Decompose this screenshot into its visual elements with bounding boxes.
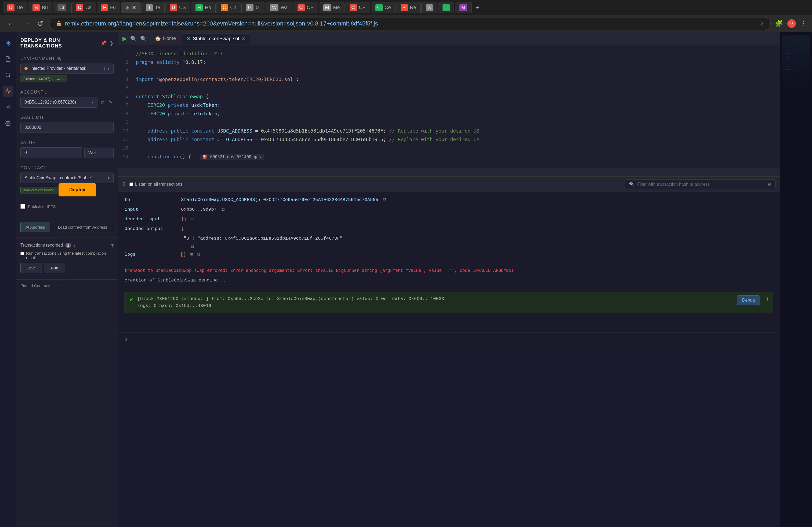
tab-de[interactable]: D De [3,2,27,13]
rail-item-search[interactable] [3,70,13,80]
success-text-block: [block:23051290 txIndex:-] from: 0xb5a..… [137,296,729,310]
debug-next-icon[interactable]: ❯ [766,296,769,303]
listen-checkbox-label[interactable]: Listen on all transactions [129,182,182,187]
tab-ce2[interactable]: C CE [293,2,318,13]
run-transactions-section: Run transactions using the latest compil… [16,251,118,277]
decoded-output-copy-icon[interactable]: ⧉ [191,245,194,250]
gas-limit-section: GAS LIMIT [16,111,118,137]
tab-wa[interactable]: W Wa [265,2,292,13]
tab-gi[interactable]: G Gi [242,2,265,13]
publish-ipfs-checkbox[interactable] [20,204,25,209]
to-copy-icon[interactable]: ⧉ [383,197,386,202]
nav-icons: 🧩 0 ⋮ [775,19,807,28]
transactions-header: Transactions recorded 2 ℹ ▾ [16,239,118,251]
tab-close-icon[interactable]: ✕ [132,4,136,11]
success-logs-text: logs: 0 hash: 0x18d...43019 [137,302,729,310]
value-unit-select[interactable]: Wei Gwei Ether [84,148,114,158]
transactions-title: Transactions recorded 2 ℹ [20,243,75,248]
logs-expand-icon[interactable]: ⊞ [190,251,193,258]
contract-value: StableCoinSwap - contracts/StableT: [25,176,108,180]
decoded-output-close-row: } ⧉ [184,243,773,251]
tab-sc[interactable]: S [421,2,437,13]
panel-collapse-bar[interactable]: ⋮ [118,168,780,177]
minimap-panel: ................ ................ ......… [780,32,812,527]
pinned-contracts-section: Pinned Contracts • • • • • [16,279,118,292]
star-icon[interactable]: ☆ [758,20,764,27]
decoded-input-value: {} [181,216,186,222]
rail-item-files[interactable] [3,54,13,64]
file-tab-active[interactable]: S StableTokenSwap.sol ✕ [182,33,250,44]
output-search-filter[interactable]: 🔍 Filter with transaction hash or addres… [625,179,775,189]
forward-button[interactable]: → [20,18,31,30]
environment-dropdown[interactable]: Injected Provider - MetaMask ℹ ▾ [20,63,114,74]
tab-us1[interactable]: U US [165,2,190,13]
account-copy-btn[interactable]: ⧉ [100,99,105,106]
code-content[interactable]: //SPDX-License-Identifier: MIT pragma so… [132,45,780,168]
panel-pin-icon[interactable]: 📌 [100,40,106,46]
publish-ipfs-label[interactable]: Publish to IPFS [20,204,114,209]
play-btn[interactable]: ▶ [122,35,127,42]
spacer [125,260,773,265]
decoded-output-close: } [184,244,186,250]
tab-cr[interactable]: Cr [53,2,71,13]
listen-all-transactions-checkbox[interactable] [129,182,133,186]
load-contract-button[interactable]: Load contract from Address [53,222,112,232]
at-address-button[interactable]: At Address [20,222,50,232]
search2-btn[interactable]: 🔍 [140,35,147,42]
deploy-button[interactable]: Deploy [59,183,96,196]
prompt-bar[interactable]: ❯ [118,332,780,346]
output-to-row: to StableCoinSwap.USDC_ADDRESS() 0xCD277… [125,196,773,204]
tab-mo[interactable]: M [455,2,472,13]
extensions-button[interactable]: 🧩 [775,19,783,28]
settings-button[interactable]: ⋮ [800,19,807,28]
panel-expand-icon[interactable]: ❯ [110,40,114,46]
minimap-content: ................ ................ ......… [780,32,812,91]
transactions-collapse-icon[interactable]: ▾ [111,242,114,248]
line-numbers: 1 2 3 4 5 6 7 8 9 10 11 12 13 [118,45,132,168]
search-btn[interactable]: 🔍 [130,35,137,42]
filter-options-icon[interactable]: ⚙ [768,182,771,187]
tab-ho[interactable]: H Ho [191,2,216,13]
contract-dropdown[interactable]: StableCoinSwap - contracts/StableT: ▾ [20,172,114,183]
tab-fu[interactable]: F Fu [97,2,120,13]
to-value: StableCoinSwap.USDC_ADDRESS() 0xCD277Ce9… [181,197,378,202]
account-dropdown[interactable]: 0xB5a...2c92c (0.8678230) ▾ [20,97,98,108]
decoded-input-expand-icon[interactable]: ⊞ [191,217,194,222]
pending-message: creation of StableCoinSwap pending... [125,277,773,284]
rail-item-plugin[interactable] [3,102,13,113]
address-bar[interactable]: 🔒 remix.ethereum.org/#lang=en&optimize=f… [49,17,771,30]
logs-label: logs [125,251,178,258]
environment-info-btn[interactable]: ℹ [104,66,105,71]
tab-us2[interactable]: U [438,2,454,13]
input-copy-icon[interactable]: ⧉ [221,207,224,212]
tab-re[interactable]: R Re [396,2,421,13]
run-latest-checkbox[interactable] [20,252,24,255]
collapse-icon: ⋮ [447,170,451,175]
save-button[interactable]: Save [20,263,42,273]
gas-limit-input[interactable] [20,122,114,133]
value-input[interactable] [20,147,82,158]
transactions-info-icon: ℹ [74,243,75,247]
tab-ce4[interactable]: C Ce [371,2,395,13]
tab-ce1[interactable]: C Ce [71,2,96,13]
account-edit-btn[interactable]: ✎ [107,98,114,106]
tab-bu[interactable]: B Bu [28,2,52,13]
file-tab-close[interactable]: ✕ [242,36,245,41]
new-tab-button[interactable]: + [472,4,482,11]
debug-button[interactable]: Debug [737,296,760,305]
rail-item-deploy[interactable] [3,86,13,96]
publish-section: Publish to IPFS [16,200,118,216]
tab-remix-active[interactable]: ◈ ✕ [121,2,141,13]
logs-copy-icon[interactable]: ⧉ [197,251,200,258]
tab-ch[interactable]: C Ch [216,2,241,13]
tab-me[interactable]: M Me [319,2,345,13]
rail-item-settings[interactable] [3,118,13,129]
back-button[interactable]: ← [5,18,16,30]
account-value: 0xB5a...2c92c (0.8678230) [25,100,91,105]
run-button[interactable]: Run [45,263,64,273]
reload-button[interactable]: ↺ [35,18,45,30]
tab-ce3[interactable]: C CE [345,2,370,13]
home-tab[interactable]: 🏠 Home [150,33,181,44]
tab-te[interactable]: T Te [142,2,164,13]
profile-button[interactable]: 0 [787,19,796,28]
